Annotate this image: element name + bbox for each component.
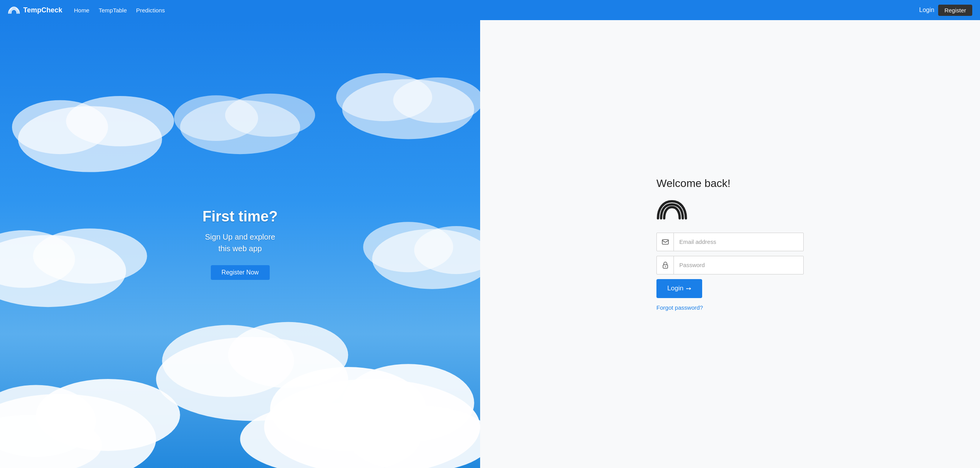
svg-point-30	[665, 266, 665, 267]
login-form: Welcome back!	[656, 177, 804, 311]
navbar: TempCheck Home TempTable Predictions Log…	[0, 0, 980, 20]
main-content: First time? Sign Up and explorethis web …	[0, 0, 980, 468]
logo-large	[656, 199, 804, 222]
email-icon	[657, 233, 674, 251]
brand-link[interactable]: TempCheck	[8, 6, 62, 14]
left-panel-content: First time? Sign Up and explorethis web …	[202, 208, 277, 280]
nav-auth: Login Register	[919, 5, 972, 16]
email-input-group	[656, 233, 804, 251]
left-panel-subheading: Sign Up and explorethis web app	[202, 231, 277, 254]
svg-point-24	[225, 94, 315, 137]
login-button-label: Login	[667, 285, 684, 292]
left-panel-heading: First time?	[202, 208, 277, 225]
login-arrow-icon: ➙	[686, 285, 691, 293]
password-field[interactable]	[674, 257, 803, 273]
email-field[interactable]	[674, 234, 803, 250]
register-now-button[interactable]: Register Now	[211, 265, 270, 280]
lock-icon	[657, 256, 674, 274]
register-nav-button[interactable]: Register	[938, 5, 972, 16]
rainbow-logo-icon	[8, 6, 20, 14]
password-input-group	[656, 256, 804, 274]
svg-rect-28	[662, 240, 668, 244]
right-panel: Welcome back!	[480, 20, 980, 468]
login-button[interactable]: Login ➙	[656, 279, 702, 298]
left-panel: First time? Sign Up and explorethis web …	[0, 20, 480, 468]
nav-links: Home TempTable Predictions	[74, 7, 919, 14]
nav-home[interactable]: Home	[74, 7, 90, 14]
nav-predictions[interactable]: Predictions	[136, 7, 165, 14]
forgot-password-link[interactable]: Forgot password?	[656, 304, 703, 311]
svg-point-12	[228, 322, 348, 388]
welcome-title: Welcome back!	[656, 177, 804, 190]
login-nav-button[interactable]: Login	[919, 7, 934, 14]
svg-point-21	[33, 228, 147, 284]
brand-name: TempCheck	[23, 6, 62, 14]
svg-point-15	[66, 96, 174, 146]
rainbow-large-icon	[656, 199, 687, 220]
svg-point-18	[393, 77, 481, 123]
nav-temptable[interactable]: TempTable	[99, 7, 127, 14]
